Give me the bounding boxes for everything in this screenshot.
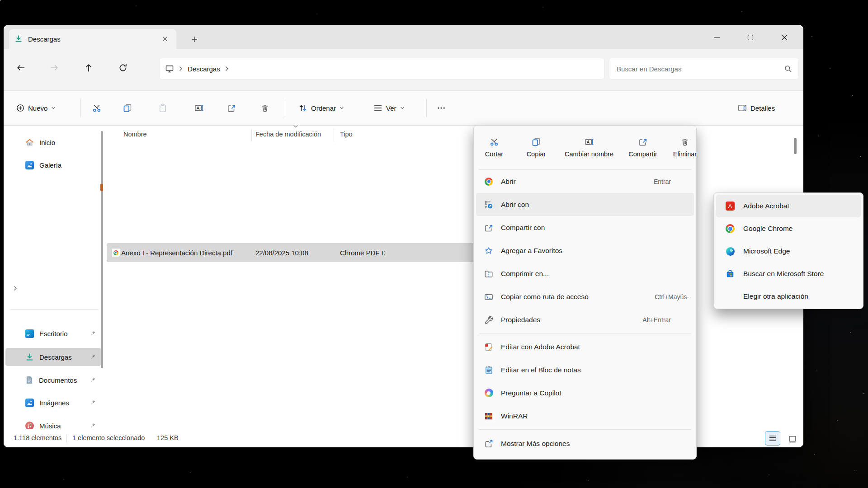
file-date: 22/08/2025 10:08 <box>255 243 308 262</box>
sidebar-item-documentos[interactable]: Documentos <box>5 371 101 389</box>
list-view-icon <box>769 434 777 442</box>
submenu-item-adobe-acrobat[interactable]: Adobe Acrobat <box>716 195 861 217</box>
chevron-down-icon <box>400 106 405 110</box>
sidebar-scrollbar[interactable] <box>101 131 103 368</box>
documents-icon <box>25 376 33 384</box>
share-button[interactable] <box>224 98 239 118</box>
menu-item-agregar-favoritos[interactable]: Agregar a Favoritos <box>474 239 696 262</box>
sidebar-divider <box>10 310 99 310</box>
minimize-button[interactable] <box>707 29 727 46</box>
menu-item-editar-bloc[interactable]: Editar en el Bloc de notas <box>474 358 696 381</box>
tab-title: Descargas <box>28 35 61 43</box>
delete-button[interactable] <box>258 98 272 118</box>
file-type: Chrome PDF D <box>340 243 385 262</box>
status-divider <box>66 434 66 442</box>
view-label: Ver <box>386 104 396 112</box>
up-button[interactable] <box>80 59 98 77</box>
view-button[interactable]: Ver <box>371 98 407 118</box>
quick-delete-button[interactable]: Eliminar <box>658 130 697 165</box>
view-icon <box>373 103 382 113</box>
cut-button[interactable] <box>90 98 104 118</box>
thumbnail-view-toggle[interactable] <box>785 432 800 446</box>
titlebar: Descargas <box>4 25 803 49</box>
column-divider[interactable] <box>251 129 252 141</box>
menu-item-abrir-con[interactable]: Abrir con <box>476 193 694 216</box>
paste-button[interactable] <box>156 98 170 118</box>
file-name[interactable]: Anexo I - Representación Directa.pdf <box>121 243 232 262</box>
trash-icon <box>260 103 269 113</box>
column-header-tipo[interactable]: Tipo <box>340 131 353 138</box>
sidebar-item-descargas[interactable]: Descargas <box>5 348 101 366</box>
sidebar-item-imagenes[interactable]: Imágenes <box>5 394 101 412</box>
menu-item-copiar-ruta[interactable]: Copiar como ruta de acceso Ctrl+Mayús- <box>474 285 696 308</box>
search-input[interactable] <box>616 65 784 73</box>
close-button[interactable] <box>774 29 795 46</box>
new-tab-button[interactable] <box>188 34 201 45</box>
acrobat-edit-icon <box>484 343 494 352</box>
submenu-item-microsoft-store[interactable]: Buscar en Microsoft Store <box>716 263 861 285</box>
column-divider[interactable] <box>334 129 334 141</box>
pin-icon <box>90 399 96 405</box>
menu-item-mas-opciones[interactable]: Mostrar Más opciones <box>474 432 696 456</box>
tab-descargas[interactable]: Descargas <box>9 29 176 49</box>
sidebar-item-galeria[interactable]: Galería <box>5 156 101 174</box>
column-header-nombre[interactable]: Nombre <box>123 131 147 138</box>
details-label: Detalles <box>750 104 775 112</box>
trash-icon <box>680 137 689 146</box>
thumbnail-view-icon <box>788 435 797 443</box>
details-pane-button[interactable]: Detalles <box>735 98 778 118</box>
menu-item-propiedades[interactable]: Propiedades Alt+Entrar <box>474 308 696 331</box>
share-icon <box>484 223 494 232</box>
toolbar-divider <box>285 99 285 117</box>
gallery-icon <box>25 161 34 169</box>
menu-item-abrir[interactable]: Abrir Entrar <box>474 170 696 193</box>
sidebar-item-inicio[interactable]: Inicio <box>5 133 101 151</box>
chevron-down-icon <box>340 106 344 110</box>
submenu-item-elegir-otra[interactable]: Elegir otra aplicación <box>716 285 861 308</box>
toolbar-divider <box>426 99 427 117</box>
menu-divider <box>479 333 691 333</box>
starfield <box>0 0 1 1</box>
sidebar-item-escritorio[interactable]: Escritorio <box>5 324 101 343</box>
rename-icon <box>585 137 594 146</box>
copy-button[interactable] <box>120 98 135 118</box>
context-menu-list: Abrir Entrar Abrir con Compartir con Ag <box>474 170 696 456</box>
quick-rename-button[interactable]: Cambiar nombre <box>562 130 616 165</box>
new-button[interactable]: Nuevo <box>14 98 58 118</box>
forward-button[interactable] <box>45 59 63 77</box>
search-icon[interactable] <box>784 65 792 73</box>
share-icon <box>638 137 647 146</box>
breadcrumb[interactable]: Descargas <box>188 65 220 73</box>
address-bar[interactable]: Descargas <box>159 58 604 80</box>
maximize-button[interactable] <box>740 29 761 46</box>
content-scrollbar-thumb[interactable] <box>794 138 797 154</box>
menu-item-compartir-con[interactable]: Compartir con <box>474 216 696 239</box>
file-row-selected[interactable]: Anexo I - Representación Directa.pdf 22/… <box>107 243 475 262</box>
menu-item-comprimir[interactable]: Comprimir en... <box>474 262 696 285</box>
submenu-item-microsoft-edge[interactable]: Microsoft Edge <box>716 240 861 263</box>
more-commands-button[interactable] <box>434 98 448 118</box>
menu-item-copilot[interactable]: Preguntar a Copilot <box>474 381 696 404</box>
this-pc-icon[interactable] <box>165 64 174 73</box>
sidebar-item-label: Música <box>39 422 61 430</box>
menu-item-editar-acrobat[interactable]: Editar con Adobe Acrobat <box>474 335 696 358</box>
pin-icon <box>90 377 96 383</box>
expand-chevron-icon[interactable] <box>11 284 20 293</box>
submenu-item-google-chrome[interactable]: Google Chrome <box>716 217 861 240</box>
rename-button[interactable] <box>192 98 206 118</box>
refresh-button[interactable] <box>114 59 132 77</box>
back-button[interactable] <box>12 59 30 77</box>
chevron-right-icon[interactable] <box>225 66 229 71</box>
desktop-icon <box>25 329 34 338</box>
sort-button[interactable]: Ordenar <box>296 98 347 118</box>
sidebar-scroll-marker <box>100 184 103 191</box>
pictures-icon <box>25 399 34 407</box>
tab-close-icon[interactable] <box>159 33 171 45</box>
menu-item-winrar[interactable]: WinRAR <box>474 404 696 427</box>
quick-copy-button[interactable]: Copiar <box>509 130 563 165</box>
new-label: Nuevo <box>28 104 47 112</box>
details-view-toggle[interactable] <box>765 431 780 446</box>
search-box[interactable] <box>609 58 799 80</box>
column-header-fecha[interactable]: Fecha de modificación <box>255 131 321 138</box>
notepad-icon <box>484 366 494 375</box>
